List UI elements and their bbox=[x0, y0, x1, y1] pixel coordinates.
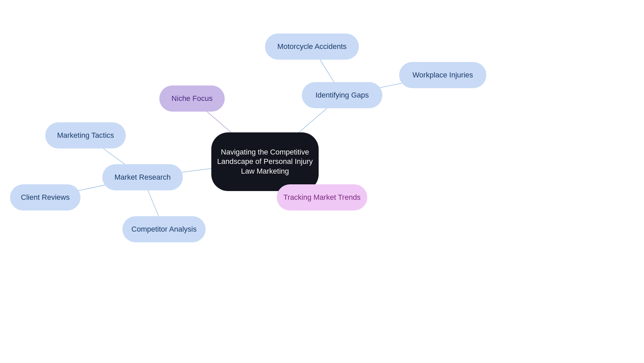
client-reviews-node[interactable]: Client Reviews bbox=[10, 184, 80, 210]
central-node[interactable]: Navigating the Competitive Landscape of … bbox=[211, 132, 319, 191]
marketing-tactics-label: Marketing Tactics bbox=[57, 131, 114, 140]
central-node-label: Navigating the Competitive Landscape of … bbox=[211, 147, 319, 176]
client-reviews-label: Client Reviews bbox=[21, 193, 70, 202]
motorcycle-accidents-label: Motorcycle Accidents bbox=[277, 42, 347, 52]
tracking-market-trends-node[interactable]: Tracking Market Trends bbox=[277, 184, 367, 210]
niche-focus-node[interactable]: Niche Focus bbox=[159, 85, 225, 112]
motorcycle-accidents-node[interactable]: Motorcycle Accidents bbox=[265, 34, 359, 60]
identifying-gaps-node[interactable]: Identifying Gaps bbox=[302, 82, 382, 108]
market-research-label: Market Research bbox=[114, 173, 171, 182]
competitor-analysis-label: Competitor Analysis bbox=[131, 225, 197, 234]
workplace-injuries-label: Workplace Injuries bbox=[413, 70, 473, 80]
competitor-analysis-node[interactable]: Competitor Analysis bbox=[122, 216, 206, 242]
tracking-market-trends-label: Tracking Market Trends bbox=[283, 193, 361, 202]
workplace-injuries-node[interactable]: Workplace Injuries bbox=[399, 62, 486, 88]
marketing-tactics-node[interactable]: Marketing Tactics bbox=[45, 122, 126, 148]
niche-focus-label: Niche Focus bbox=[171, 94, 212, 104]
identifying-gaps-label: Identifying Gaps bbox=[316, 90, 369, 100]
market-research-node[interactable]: Market Research bbox=[102, 164, 183, 190]
